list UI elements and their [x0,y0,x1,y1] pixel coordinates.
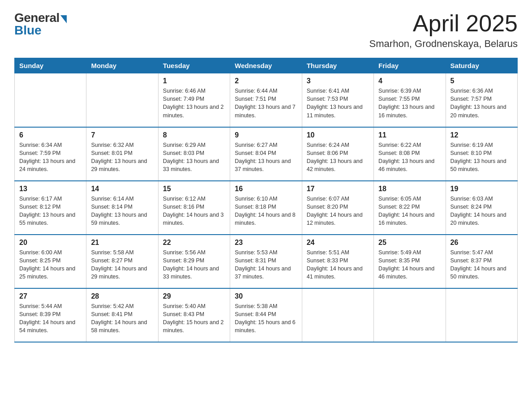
day-number: 3 [307,77,369,85]
location-title: Smarhon, Grodnenskaya, Belarus [369,38,518,50]
header: General Blue April 2025 Smarhon, Grodnen… [14,11,518,50]
day-info: Sunrise: 6:07 AMSunset: 8:20 PMDaylight:… [307,195,369,227]
day-number: 8 [163,131,225,139]
week-row-3: 13Sunrise: 6:17 AMSunset: 8:12 PMDayligh… [15,181,518,235]
calendar-cell: 19Sunrise: 6:03 AMSunset: 8:24 PMDayligh… [446,181,517,235]
calendar-cell [446,288,517,342]
calendar-cell [86,73,158,127]
weekday-header-thursday: Thursday [302,58,373,73]
day-info: Sunrise: 5:49 AMSunset: 8:35 PMDaylight:… [378,248,441,281]
calendar-cell: 4Sunrise: 6:39 AMSunset: 7:55 PMDaylight… [374,73,446,127]
calendar-cell: 11Sunrise: 6:22 AMSunset: 8:08 PMDayligh… [374,127,446,181]
weekday-header-saturday: Saturday [446,58,517,73]
day-info: Sunrise: 5:56 AMSunset: 8:29 PMDaylight:… [163,248,225,281]
day-info: Sunrise: 6:41 AMSunset: 7:53 PMDaylight:… [307,87,369,120]
day-info: Sunrise: 6:12 AMSunset: 8:16 PMDaylight:… [163,195,225,227]
day-info: Sunrise: 5:40 AMSunset: 8:43 PMDaylight:… [163,302,225,335]
calendar-cell [15,73,86,127]
calendar-cell: 10Sunrise: 6:24 AMSunset: 8:06 PMDayligh… [302,127,373,181]
weekday-header-wednesday: Wednesday [230,58,302,73]
week-row-4: 20Sunrise: 6:00 AMSunset: 8:25 PMDayligh… [15,235,518,288]
weekday-header-tuesday: Tuesday [158,58,230,73]
calendar-cell: 24Sunrise: 5:51 AMSunset: 8:33 PMDayligh… [302,235,373,288]
calendar-cell [302,288,373,342]
day-info: Sunrise: 6:00 AMSunset: 8:25 PMDaylight:… [19,248,82,281]
day-info: Sunrise: 5:53 AMSunset: 8:31 PMDaylight:… [235,248,297,281]
week-row-5: 27Sunrise: 5:44 AMSunset: 8:39 PMDayligh… [15,288,518,342]
calendar-cell: 15Sunrise: 6:12 AMSunset: 8:16 PMDayligh… [158,181,230,235]
day-number: 17 [307,185,369,193]
calendar-cell: 22Sunrise: 5:56 AMSunset: 8:29 PMDayligh… [158,235,230,288]
day-number: 23 [235,239,297,247]
day-info: Sunrise: 6:34 AMSunset: 7:59 PMDaylight:… [19,141,82,174]
day-number: 18 [378,185,441,193]
calendar-cell: 2Sunrise: 6:44 AMSunset: 7:51 PMDaylight… [230,73,302,127]
day-info: Sunrise: 6:44 AMSunset: 7:51 PMDaylight:… [235,87,297,120]
day-number: 21 [91,239,153,247]
day-info: Sunrise: 6:22 AMSunset: 8:08 PMDaylight:… [378,141,441,174]
day-number: 24 [307,239,369,247]
day-number: 7 [91,131,153,139]
day-number: 14 [91,185,153,193]
day-info: Sunrise: 5:42 AMSunset: 8:41 PMDaylight:… [91,302,153,335]
calendar-cell: 7Sunrise: 6:32 AMSunset: 8:01 PMDaylight… [86,127,158,181]
calendar-cell: 3Sunrise: 6:41 AMSunset: 7:53 PMDaylight… [302,73,373,127]
day-number: 15 [163,185,225,193]
month-title: April 2025 [369,11,518,36]
logo: General Blue [14,11,67,38]
calendar-cell: 16Sunrise: 6:10 AMSunset: 8:18 PMDayligh… [230,181,302,235]
calendar-cell: 26Sunrise: 5:47 AMSunset: 8:37 PMDayligh… [446,235,517,288]
calendar-cell: 9Sunrise: 6:27 AMSunset: 8:04 PMDaylight… [230,127,302,181]
weekday-header-row: SundayMondayTuesdayWednesdayThursdayFrid… [15,58,518,73]
day-number: 30 [235,292,297,300]
calendar-cell: 6Sunrise: 6:34 AMSunset: 7:59 PMDaylight… [15,127,86,181]
day-number: 12 [450,131,513,139]
day-number: 19 [450,185,513,193]
calendar-cell: 17Sunrise: 6:07 AMSunset: 8:20 PMDayligh… [302,181,373,235]
day-number: 10 [307,131,369,139]
day-info: Sunrise: 6:29 AMSunset: 8:03 PMDaylight:… [163,141,225,174]
day-number: 11 [378,131,441,139]
day-number: 9 [235,131,297,139]
calendar-table: SundayMondayTuesdayWednesdayThursdayFrid… [14,58,518,342]
day-info: Sunrise: 6:17 AMSunset: 8:12 PMDaylight:… [19,195,82,227]
day-info: Sunrise: 6:32 AMSunset: 8:01 PMDaylight:… [91,141,153,174]
calendar-cell: 30Sunrise: 5:38 AMSunset: 8:44 PMDayligh… [230,288,302,342]
day-number: 27 [19,292,82,300]
day-info: Sunrise: 6:05 AMSunset: 8:22 PMDaylight:… [378,195,441,227]
weekday-header-monday: Monday [86,58,158,73]
day-number: 28 [91,292,153,300]
title-section: April 2025 Smarhon, Grodnenskaya, Belaru… [369,11,518,50]
day-info: Sunrise: 6:24 AMSunset: 8:06 PMDaylight:… [307,141,369,174]
calendar-cell [374,288,446,342]
day-info: Sunrise: 6:19 AMSunset: 8:10 PMDaylight:… [450,141,513,174]
day-number: 13 [19,185,82,193]
calendar-cell: 12Sunrise: 6:19 AMSunset: 8:10 PMDayligh… [446,127,517,181]
day-number: 20 [19,239,82,247]
calendar-cell: 14Sunrise: 6:14 AMSunset: 8:14 PMDayligh… [86,181,158,235]
day-info: Sunrise: 5:47 AMSunset: 8:37 PMDaylight:… [450,248,513,281]
day-number: 29 [163,292,225,300]
calendar-cell: 8Sunrise: 6:29 AMSunset: 8:03 PMDaylight… [158,127,230,181]
logo-arrow-icon [60,15,67,23]
logo-blue-text: Blue [14,23,42,38]
day-info: Sunrise: 5:51 AMSunset: 8:33 PMDaylight:… [307,248,369,281]
calendar-cell: 5Sunrise: 6:36 AMSunset: 7:57 PMDaylight… [446,73,517,127]
day-info: Sunrise: 5:38 AMSunset: 8:44 PMDaylight:… [235,302,297,335]
day-number: 22 [163,239,225,247]
calendar-cell: 27Sunrise: 5:44 AMSunset: 8:39 PMDayligh… [15,288,86,342]
calendar-cell: 18Sunrise: 6:05 AMSunset: 8:22 PMDayligh… [374,181,446,235]
day-info: Sunrise: 6:36 AMSunset: 7:57 PMDaylight:… [450,87,513,120]
day-number: 25 [378,239,441,247]
day-number: 6 [19,131,82,139]
day-number: 1 [163,77,225,85]
weekday-header-friday: Friday [374,58,446,73]
day-number: 2 [235,77,297,85]
day-info: Sunrise: 5:58 AMSunset: 8:27 PMDaylight:… [91,248,153,281]
day-number: 4 [378,77,441,85]
day-info: Sunrise: 6:14 AMSunset: 8:14 PMDaylight:… [91,195,153,227]
day-info: Sunrise: 6:27 AMSunset: 8:04 PMDaylight:… [235,141,297,174]
week-row-2: 6Sunrise: 6:34 AMSunset: 7:59 PMDaylight… [15,127,518,181]
weekday-header-sunday: Sunday [15,58,86,73]
calendar-cell: 13Sunrise: 6:17 AMSunset: 8:12 PMDayligh… [15,181,86,235]
